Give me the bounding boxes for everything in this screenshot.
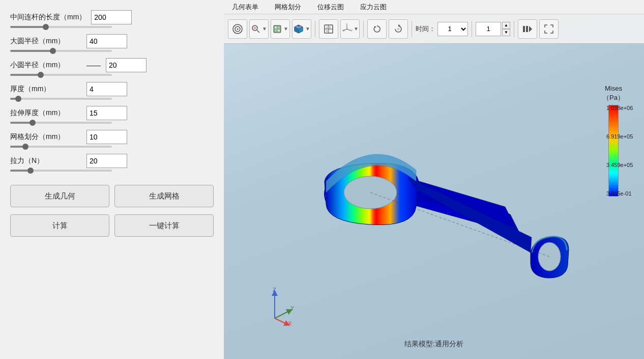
coord-axes-svg: Z Y X [254, 288, 295, 328]
small-radius-dash: —— [86, 61, 101, 69]
display-mode-button[interactable]: ▼ [271, 19, 290, 39]
param-mesh-size: 网格划分（mm） [10, 130, 214, 150]
thickness-slider[interactable] [10, 98, 112, 100]
svg-line-4 [257, 30, 259, 33]
big-radius-label: 大圆半径（mm） [10, 37, 81, 46]
force-input[interactable] [86, 154, 127, 168]
svg-rect-31 [523, 26, 525, 32]
small-radius-label: 小圆半径（mm） [10, 61, 81, 70]
svg-text:Y: Y [350, 29, 353, 32]
toolbar-sep-2 [363, 21, 364, 37]
svg-line-23 [347, 29, 350, 31]
menu-mesh[interactable]: 网格划分 [272, 2, 304, 13]
thickness-label: 厚度（mm） [10, 85, 81, 94]
step-up-button[interactable]: ▲ [502, 22, 510, 29]
toolbar: ▼ ▼ ▼ [224, 14, 644, 44]
svg-text:X: X [326, 30, 328, 33]
svg-text:Z: Z [346, 23, 348, 25]
force-label: 拉力（N） [10, 156, 81, 165]
svg-line-40 [275, 311, 290, 318]
svg-text:Y: Y [290, 305, 295, 311]
svg-text:Z: Z [326, 26, 328, 29]
stretch-thickness-label: 拉伸厚度（mm） [10, 108, 81, 118]
model-area: Z Y X Mises （Pa） 1.038e+06 6.919e+05 3.4… [224, 44, 644, 359]
legend-max: 1.038e+06 [606, 105, 633, 111]
menu-displacement[interactable]: 位移云图 [314, 2, 347, 13]
svg-text:X: X [288, 320, 292, 326]
mesh-size-input[interactable] [86, 130, 127, 144]
calculate-button[interactable]: 计算 [10, 214, 109, 237]
cube-dropdown-arrow[interactable]: ▼ [305, 26, 310, 32]
fit-view-button[interactable]: Z Y X [319, 19, 338, 39]
fullscreen-button[interactable] [539, 19, 559, 39]
svg-text:X: X [342, 29, 344, 32]
svg-text:Z: Z [273, 288, 276, 293]
play-button[interactable] [518, 19, 537, 39]
cube-button[interactable]: ▼ [292, 19, 311, 39]
rod-length-input[interactable] [91, 10, 132, 24]
generate-mesh-button[interactable]: 生成网格 [114, 185, 214, 207]
time-label: 时间： [416, 24, 435, 34]
time-select[interactable]: 1 [437, 22, 468, 36]
button-row-1: 生成几何 生成网格 [10, 185, 214, 207]
toolbar-sep-3 [412, 21, 412, 37]
menu-stress[interactable]: 应力云图 [357, 2, 390, 13]
stretch-thickness-input[interactable] [86, 106, 127, 120]
svg-rect-32 [526, 26, 528, 32]
button-row-2: 计算 一键计算 [10, 214, 214, 237]
legend-mid-high: 6.919e+05 [606, 133, 633, 140]
result-label: 结果模型:通用分析 [404, 340, 463, 349]
rotate-button[interactable] [389, 19, 408, 39]
param-big-radius: 大圆半径（mm） [10, 34, 214, 54]
svg-marker-33 [529, 26, 532, 32]
rod-length-label: 中间连杆的长度（mm） [10, 13, 86, 22]
axis-dropdown-arrow[interactable]: ▼ [354, 26, 359, 32]
step-control: ▲ ▼ [476, 22, 510, 36]
menu-bar: 几何表单 网格划分 位移云图 应力云图 [224, 0, 644, 14]
legend-title: Mises [593, 85, 634, 92]
param-rod-length: 中间连杆的长度（mm） [10, 10, 214, 30]
thickness-input[interactable] [86, 82, 127, 96]
one-click-calculate-button[interactable]: 一键计算 [114, 214, 214, 237]
force-slider[interactable] [10, 170, 112, 172]
left-panel: 中间连杆的长度（mm） 大圆半径（mm） 小圆半径（mm） —— [0, 0, 224, 359]
legend-labels: 1.038e+06 6.919e+05 3.459e+05 3.845e-01 [606, 105, 633, 197]
camera-button[interactable] [228, 19, 247, 39]
svg-marker-29 [374, 26, 376, 28]
menu-geometry[interactable]: 几何表单 [229, 2, 261, 13]
svg-rect-10 [275, 30, 277, 32]
legend-min: 3.845e-01 [606, 190, 633, 197]
param-thickness: 厚度（mm） [10, 82, 214, 102]
viewport: ▼ ▼ ▼ [224, 14, 644, 359]
param-small-radius: 小圆半径（mm） —— [10, 58, 214, 78]
model-svg [281, 95, 587, 309]
svg-rect-11 [278, 30, 280, 32]
big-radius-slider[interactable] [10, 50, 112, 52]
small-radius-slider[interactable] [10, 74, 112, 76]
svg-rect-9 [278, 26, 280, 29]
svg-line-42 [275, 318, 287, 324]
param-stretch-thickness: 拉伸厚度（mm） [10, 106, 214, 126]
step-down-button[interactable]: ▼ [502, 29, 510, 36]
rod-length-slider[interactable] [10, 26, 112, 28]
generate-geometry-button[interactable]: 生成几何 [10, 185, 109, 207]
toolbar-sep-1 [315, 21, 315, 37]
reset-button[interactable] [367, 19, 387, 39]
svg-point-2 [237, 28, 239, 30]
small-radius-input[interactable] [106, 58, 147, 72]
zoom-button[interactable]: ▼ [249, 19, 269, 39]
stretch-thickness-slider[interactable] [10, 122, 112, 124]
big-radius-input[interactable] [86, 34, 127, 48]
axis-button[interactable]: Y Z X ▼ [340, 19, 360, 39]
param-force: 拉力（N） [10, 154, 214, 174]
display-dropdown-arrow[interactable]: ▼ [283, 26, 288, 32]
mesh-size-label: 网格划分（mm） [10, 132, 81, 142]
mesh-size-slider[interactable] [10, 146, 112, 148]
zoom-dropdown-arrow[interactable]: ▼ [262, 26, 267, 32]
svg-rect-8 [275, 26, 277, 29]
legend-unit: （Pa） [593, 93, 634, 102]
step-input[interactable] [476, 22, 501, 36]
color-legend: Mises （Pa） 1.038e+06 6.919e+05 3.459e+05… [593, 85, 634, 197]
step-stepper: ▲ ▼ [502, 22, 510, 36]
svg-text:Y: Y [329, 26, 331, 29]
